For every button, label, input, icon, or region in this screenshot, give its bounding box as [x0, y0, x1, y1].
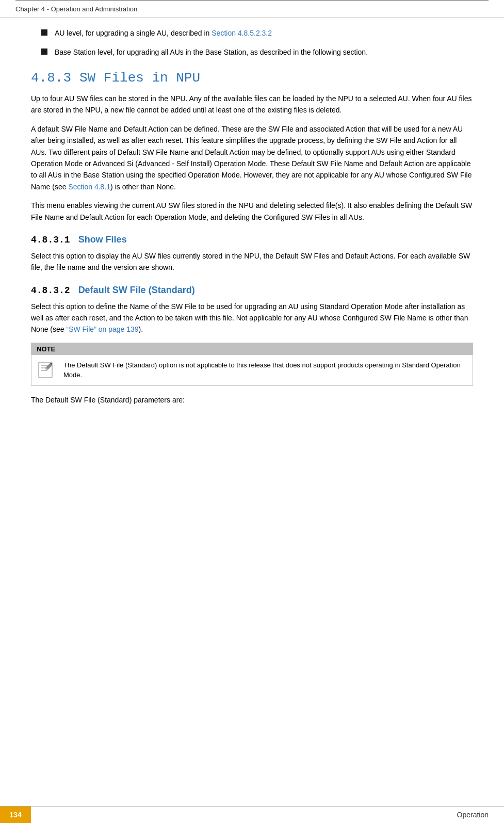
bullet-square-1 — [41, 29, 47, 36]
section-4832-last-para: The Default SW File (Standard) parameter… — [31, 394, 473, 406]
bullet-text-1: AU level, for upgrading a single AU, des… — [55, 28, 473, 39]
para-4832-suffix: ). — [139, 325, 143, 333]
note-header: NOTE — [31, 343, 473, 355]
bullet-item-2: Base Station level, for upgrading all AU… — [31, 47, 473, 58]
section-link-4-8-1[interactable]: Section 4.8.1 — [68, 183, 110, 191]
para2-suffix: ) is other than None. — [110, 183, 176, 191]
section-4831-title: Show Files — [78, 234, 127, 245]
bullet-text-2: Base Station level, for upgrading all AU… — [55, 47, 473, 58]
note-body: The Default SW File (Standard) option is… — [31, 355, 473, 385]
section-483-para2: A default SW File Name and Default Actio… — [31, 123, 473, 192]
page-number: 134 — [0, 806, 31, 823]
section-4831-num: 4.8.3.1 — [31, 235, 70, 245]
page-footer: 134 Operation — [0, 806, 504, 823]
section-4832-num: 4.8.3.2 — [31, 285, 70, 296]
bullet1-prefix: AU level, for upgrading a single AU, des… — [55, 29, 212, 37]
bullet-square-2 — [41, 49, 47, 55]
section-483-num: 4.8.3 — [31, 70, 71, 86]
para2-prefix: A default SW File Name and Default Actio… — [31, 125, 472, 191]
sw-file-page-139-link[interactable]: “SW File” on page 139 — [66, 325, 138, 333]
bullet-item-1: AU level, for upgrading a single AU, des… — [31, 28, 473, 39]
section-4831-heading: 4.8.3.1 Show Files — [31, 234, 473, 245]
note-icon — [37, 360, 56, 380]
section-link-4-8-5-2-3-2[interactable]: Section 4.8.5.2.3.2 — [212, 29, 272, 37]
chapter-header: Chapter 4 - Operation and Administration — [0, 1, 504, 18]
section-4831-para: Select this option to display the AU SW … — [31, 250, 473, 273]
main-content: AU level, for upgrading a single AU, des… — [0, 18, 504, 454]
section-483-para3: This menu enables viewing the current AU… — [31, 200, 473, 223]
section-4832-para: Select this option to define the Name of… — [31, 301, 473, 335]
section-4832-title: Default SW File (Standard) — [78, 285, 195, 296]
note-box: NOTE The Default SW File (Stan — [31, 343, 473, 386]
chapter-header-text: Chapter 4 - Operation and Administration — [15, 5, 137, 13]
section-483-heading: 4.8.3 SW Files in NPU — [31, 70, 473, 86]
section-483-title: SW Files in NPU — [79, 70, 200, 86]
note-text: The Default SW File (Standard) option is… — [63, 360, 467, 380]
section-483-para1: Up to four AU SW files can be stored in … — [31, 93, 473, 116]
section-4832-heading: 4.8.3.2 Default SW File (Standard) — [31, 285, 473, 296]
footer-label: Operation — [31, 811, 504, 819]
